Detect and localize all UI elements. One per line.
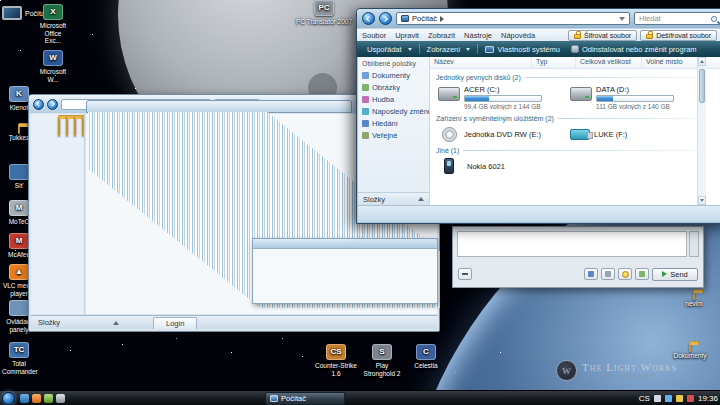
desktop-icon-pc-translator[interactable]: PC PC Translator 2007 [296, 0, 352, 26]
quick-launch-icon[interactable] [20, 394, 29, 403]
tray-icon[interactable] [654, 395, 661, 402]
insert-text-button[interactable] [584, 268, 598, 280]
quick-launch-icon[interactable] [32, 394, 41, 403]
remove-button[interactable] [458, 268, 472, 280]
device-item-nokia[interactable]: Nokia 6021 [436, 156, 568, 176]
decrypt-label: Dešifrovat soubor [656, 32, 711, 39]
drive-item-luke[interactable]: LUKE (F:) [568, 124, 700, 144]
forward-button[interactable] [47, 99, 58, 110]
send-button[interactable]: Send [652, 268, 698, 281]
sidebar-item-hudba[interactable]: Hudba [358, 93, 429, 105]
menu-upravit[interactable]: Upravit [395, 31, 419, 40]
desktop-icon-total-commander[interactable]: TC Total Commander [2, 342, 36, 375]
desktop-icon-stronghold[interactable]: S Play Stronghold 2 [360, 344, 404, 377]
menu-napoveda[interactable]: Nápověda [501, 31, 535, 40]
column-typ[interactable]: Typ [532, 57, 576, 68]
decrypt-file-button[interactable]: Dešifrovat soubor [640, 30, 717, 41]
drive-item-dvd[interactable]: Jednotka DVD RW (E:) [436, 124, 568, 144]
pc-translator-icon: PC [314, 0, 334, 16]
folder-icon[interactable] [74, 117, 76, 136]
explorer-titlebar[interactable]: Počítač Hledat [357, 9, 720, 28]
scroll-up-button[interactable] [698, 57, 706, 66]
quick-launch-icon[interactable] [44, 394, 53, 403]
sidebar-label: Naposledy změněné [372, 107, 429, 116]
smiley-button[interactable] [618, 268, 632, 280]
capacity-bar-fill [597, 96, 613, 101]
tray-icon[interactable] [676, 395, 683, 402]
folder-icon[interactable] [82, 117, 84, 136]
explorer-command-bar: Uspořádat Zobrazení Vlastnosti systému O… [357, 41, 720, 57]
tray-icon[interactable] [665, 395, 672, 402]
desktop: { "wallpaper": { "watermark_title": "The… [0, 0, 720, 405]
search-input[interactable]: Hledat [634, 12, 720, 25]
uninstall-icon [571, 45, 579, 53]
stars [0, 0, 1, 1]
group-header-removable[interactable]: Zařízení s vyměnitelným úložištěm (2) [436, 115, 700, 122]
vertical-scrollbar[interactable] [697, 57, 706, 205]
address-dropdown-icon[interactable] [619, 17, 625, 21]
folders-expander[interactable]: Složky [358, 192, 429, 205]
forward-button[interactable] [379, 12, 392, 25]
desktop-icon-celestia[interactable]: C Celestia [406, 344, 446, 370]
menu-soubor[interactable]: Soubor [362, 31, 386, 40]
breadcrumb-arrow-icon[interactable] [440, 16, 444, 22]
login-tab[interactable]: Login [153, 317, 197, 329]
system-tray: CS 19:36 [639, 391, 718, 405]
group-header-other[interactable]: Jiné (1) [436, 147, 700, 154]
app-icon: K [9, 86, 29, 102]
desktop-icon-excel[interactable]: X Microsoft Office Exc... [36, 4, 70, 45]
sidebar-label: Hledání [372, 119, 398, 128]
folders-expander[interactable]: Složky [31, 318, 127, 327]
template-button[interactable] [601, 268, 615, 280]
sidebar-item-obrazky[interactable]: Obrázky [358, 81, 429, 93]
taskbar: Počítač CS 19:36 [0, 390, 720, 405]
dialog-toolbar: Send [458, 267, 698, 281]
wallpaper-watermark: W The Light Works DIGITAL IMAGERY [556, 360, 677, 381]
back-button[interactable] [362, 12, 375, 25]
organize-button[interactable]: Uspořádat [363, 43, 416, 56]
desktop-icon-counter-strike[interactable]: CS Counter-Strike 1.6 [314, 344, 358, 377]
taskbar-task-pocitac[interactable]: Počítač [265, 392, 345, 405]
desktop-icon-word[interactable]: W Microsoft W... [36, 50, 70, 83]
sidebar-item-verejne[interactable]: Veřejné [358, 129, 429, 141]
search-placeholder: Hledat [639, 14, 661, 23]
lightworks-logo-icon: W [556, 360, 577, 381]
column-celkova-velikost[interactable]: Celková velikost [576, 57, 642, 68]
number-button[interactable] [635, 268, 649, 280]
group-header-hard-disks[interactable]: Jednotky pevných disků (2) [436, 74, 700, 81]
drive-item-d[interactable]: DATA (D:) 111 GB volných z 140 GB [568, 83, 700, 112]
sidebar-item-hledani[interactable]: Hledání [358, 117, 429, 129]
dialog-scrollbar[interactable] [689, 231, 699, 257]
address-bar[interactable]: Počítač [396, 12, 630, 25]
scroll-down-button[interactable] [698, 196, 706, 205]
column-nazev[interactable]: Název [430, 57, 532, 68]
folder-icon[interactable] [66, 117, 68, 136]
dvd-drive-icon [442, 127, 457, 142]
back-button[interactable] [33, 99, 44, 110]
tray-icon[interactable] [687, 395, 694, 402]
uninstall-program-button[interactable]: Odinstalovat nebo změnit program [567, 43, 701, 56]
folder-icon[interactable] [58, 117, 60, 136]
sidebar-item-dokumenty[interactable]: Dokumenty [358, 69, 429, 81]
views-button[interactable]: Zobrazení [423, 43, 475, 56]
clock[interactable]: 19:36 [698, 394, 718, 403]
sidebar-item-naposledy-zmenene[interactable]: Naposledy změněné [358, 105, 429, 117]
favorites-header: Oblíbené položky [358, 57, 429, 69]
scrollbar-thumb[interactable] [699, 69, 705, 103]
desktop-icon-dokumenty[interactable]: Dokumenty [666, 344, 714, 359]
desktop-icon-nevim[interactable]: nevim [674, 292, 714, 307]
quick-launch-icon[interactable] [56, 394, 65, 403]
separator [477, 44, 478, 54]
counter-strike-icon: CS [326, 344, 346, 360]
system-properties-button[interactable]: Vlastnosti systému [481, 43, 564, 56]
encrypt-file-button[interactable]: Šifrovat soubor [568, 30, 637, 41]
drive-item-c[interactable]: ACER (C:) 99,4 GB volných z 144 GB [436, 83, 568, 112]
language-indicator[interactable]: CS [639, 394, 650, 403]
menu-nastroje[interactable]: Nástroje [464, 31, 492, 40]
breadcrumb[interactable]: Počítač [412, 14, 437, 23]
start-button[interactable] [2, 392, 15, 405]
message-text-area[interactable] [457, 231, 687, 257]
drive-name: DATA (D:) [596, 85, 698, 94]
menu-zobrazit[interactable]: Zobrazit [428, 31, 455, 40]
column-volne-misto[interactable]: Volné místo [642, 57, 700, 68]
